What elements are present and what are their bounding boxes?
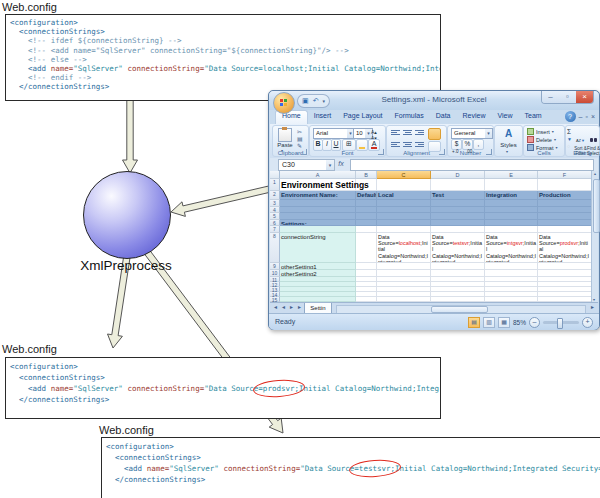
- row-header-5[interactable]: 5: [270, 213, 280, 220]
- next-sheet-icon[interactable]: ►: [289, 304, 294, 310]
- row-header-4[interactable]: 4: [270, 207, 280, 214]
- format-painter-icon[interactable]: ✎: [297, 142, 302, 149]
- row-header-6[interactable]: 6: [270, 220, 280, 227]
- cell-A10[interactable]: otherSetting2: [280, 270, 356, 277]
- cell-D9[interactable]: [431, 263, 485, 270]
- minimize-button[interactable]: –: [542, 91, 559, 103]
- zoom-slider[interactable]: [543, 321, 579, 324]
- cell-A2[interactable]: Environment Name:: [280, 191, 356, 200]
- cell-B7[interactable]: [356, 226, 377, 233]
- font-name-select[interactable]: Arial▾: [313, 128, 355, 139]
- cell-C8[interactable]: Data Source=localhost;Initial Catalog=No…: [377, 233, 431, 263]
- insert-cells-button[interactable]: Insert ▾: [527, 128, 554, 135]
- restore-button[interactable]: ▫: [559, 91, 576, 103]
- cell-F2[interactable]: Production: [538, 191, 591, 200]
- comma-button[interactable]: ,: [473, 139, 484, 150]
- page-layout-view-icon[interactable]: ▥: [483, 317, 495, 328]
- cell-C4[interactable]: [377, 207, 431, 214]
- cell-E10[interactable]: [485, 270, 538, 277]
- quick-access-toolbar[interactable]: ▣ ↶ ▾: [297, 94, 330, 108]
- title-bar[interactable]: ▣ ↶ ▾ Settings.xml - Microsoft Excel – ▫…: [269, 91, 599, 110]
- workbook-close-icon[interactable]: ×: [591, 113, 595, 120]
- select-all-corner[interactable]: [270, 171, 280, 179]
- cell-B2[interactable]: Default: [356, 191, 377, 200]
- insert-function-button[interactable]: fx: [334, 159, 348, 169]
- formula-input[interactable]: [350, 159, 594, 171]
- cell-D7[interactable]: [431, 226, 485, 233]
- vertical-scrollbar[interactable]: ▴ ▾: [591, 171, 598, 302]
- cell-A6[interactable]: Settings:: [280, 220, 356, 227]
- row-header-3[interactable]: 3: [270, 200, 280, 207]
- workbook-minimize-icon[interactable]: –: [579, 113, 583, 120]
- cell-A8[interactable]: connectionString: [280, 233, 356, 263]
- copy-icon[interactable]: ▤: [297, 135, 303, 142]
- normal-view-icon[interactable]: ▤: [468, 317, 480, 328]
- tab-team[interactable]: Team: [519, 110, 548, 124]
- cell-E6[interactable]: [485, 220, 538, 227]
- cell-A4[interactable]: [280, 207, 356, 214]
- paste-button[interactable]: Paste: [273, 142, 297, 148]
- align-center-icon[interactable]: [403, 141, 412, 149]
- cell-B3[interactable]: [356, 200, 377, 207]
- cell-F4[interactable]: [538, 207, 591, 214]
- name-box[interactable]: C30 ▾: [278, 159, 335, 171]
- cell-D1[interactable]: [431, 179, 485, 191]
- font-size-select[interactable]: 10▾: [353, 128, 373, 139]
- cell-F7[interactable]: [538, 226, 591, 233]
- first-sheet-icon[interactable]: ◄: [273, 304, 278, 310]
- undo-icon[interactable]: ↶: [313, 97, 319, 105]
- cell-D5[interactable]: [431, 213, 485, 220]
- hscroll-thumb[interactable]: [431, 306, 488, 313]
- column-header-C[interactable]: C: [377, 171, 431, 179]
- cell-C10[interactable]: [377, 270, 431, 277]
- align-middle-icon[interactable]: [403, 129, 412, 137]
- cell-F3[interactable]: [538, 200, 591, 207]
- qat-dropdown-icon[interactable]: ▾: [323, 98, 326, 104]
- delete-cells-button[interactable]: Delete ▾: [527, 136, 556, 143]
- align-bottom-icon[interactable]: [415, 129, 424, 137]
- column-header-B[interactable]: B: [356, 171, 377, 179]
- column-header-A[interactable]: A: [280, 171, 356, 179]
- zoom-in-button[interactable]: +: [582, 317, 593, 328]
- cell-E8[interactable]: Data Source=intgsvr;Initial Catalog=Nort…: [485, 233, 538, 263]
- cell-C7[interactable]: [377, 226, 431, 233]
- cell-B5[interactable]: [356, 213, 377, 220]
- tab-page-layout[interactable]: Page Layout: [337, 110, 388, 124]
- cell-B10[interactable]: [356, 270, 377, 277]
- align-left-icon[interactable]: [391, 141, 400, 149]
- cell-F10[interactable]: [538, 270, 591, 277]
- number-format-select[interactable]: General▾: [451, 128, 493, 139]
- cell-A7[interactable]: [280, 226, 356, 233]
- cell-D8[interactable]: Data Source=testsvr;Initial Catalog=Nort…: [431, 233, 485, 263]
- cell-C6[interactable]: [377, 220, 431, 227]
- align-right-icon[interactable]: [415, 141, 424, 149]
- cell-D10[interactable]: [431, 270, 485, 277]
- alignment-dialog-launcher-icon[interactable]: [439, 149, 445, 155]
- page-break-view-icon[interactable]: ▦: [498, 317, 510, 328]
- number-format-dropdown-icon[interactable]: ▾: [485, 129, 492, 138]
- row-header-2[interactable]: 2: [270, 191, 280, 200]
- tab-formulas[interactable]: Formulas: [389, 110, 430, 124]
- last-sheet-icon[interactable]: ►: [297, 304, 302, 310]
- column-header-E[interactable]: E: [485, 171, 538, 179]
- scroll-right-icon[interactable]: ►: [590, 304, 595, 310]
- vscroll-thumb[interactable]: [593, 179, 600, 233]
- cell-B6[interactable]: [356, 220, 377, 227]
- help-icon[interactable]: ?: [565, 111, 576, 122]
- cell-A3[interactable]: [280, 200, 356, 207]
- row-header-9[interactable]: 9: [270, 263, 280, 270]
- styles-dropdown-icon[interactable]: ▾: [506, 149, 508, 154]
- cell-A9[interactable]: otherSetting1: [280, 263, 356, 270]
- cell-E9[interactable]: [485, 263, 538, 270]
- cell-B9[interactable]: [356, 263, 377, 270]
- column-header-F[interactable]: F: [538, 171, 592, 179]
- number-dialog-launcher-icon[interactable]: [486, 149, 492, 155]
- cut-icon[interactable]: ✂: [297, 128, 302, 135]
- row-header-10[interactable]: 10: [270, 270, 280, 277]
- name-box-dropdown-icon[interactable]: ▾: [326, 160, 334, 170]
- cell-C2[interactable]: Local: [377, 191, 431, 200]
- cell-D2[interactable]: Test: [431, 191, 485, 200]
- cell-E5[interactable]: [485, 213, 538, 220]
- office-button[interactable]: [273, 92, 295, 114]
- cell-A5[interactable]: [280, 213, 356, 220]
